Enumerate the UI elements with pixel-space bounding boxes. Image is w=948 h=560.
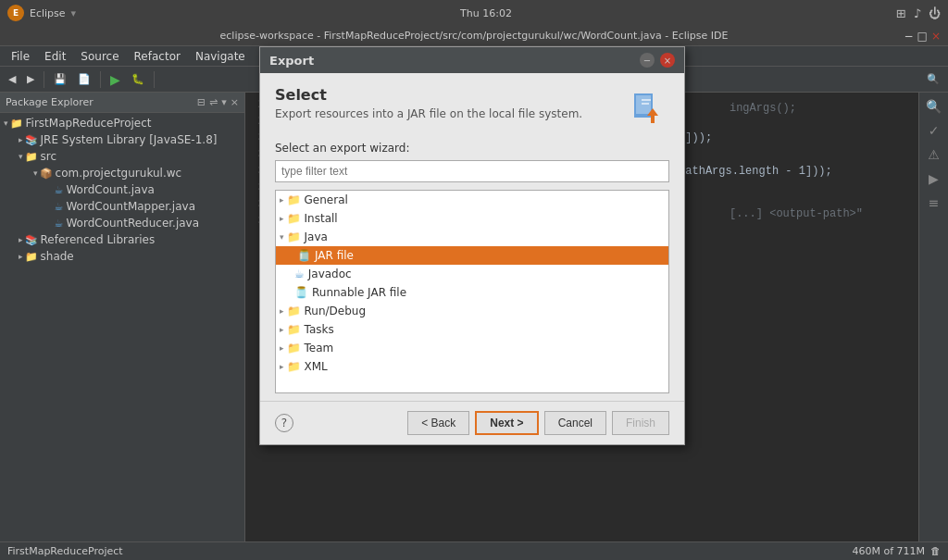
wizard-tree-list[interactable]: ▸ 📁 General ▸ 📁 Install ▾ 📁 Java [275,190,669,393]
tree-list-item-xml[interactable]: ▸ 📁 XML [276,357,668,376]
tree-list-item-java[interactable]: ▾ 📁 Java [276,228,668,246]
filter-input[interactable] [275,160,669,182]
dialog-main-title: Select [275,86,625,104]
wizard-label: Select an export wizard: [275,142,669,155]
dialog-header-text: Select Export resources into a JAR file … [275,86,625,120]
help-button[interactable]: ? [275,414,293,432]
dialog-close-btn[interactable]: × [660,53,675,68]
tree-list-item-team[interactable]: ▸ 📁 Team [276,339,668,357]
cancel-button[interactable]: Cancel [544,411,606,435]
svg-rect-4 [642,103,649,105]
export-dialog: Export − × Select Export resources into … [259,46,685,445]
dialog-export-icon [625,86,669,131]
next-button[interactable]: Next > [475,411,538,435]
back-button[interactable]: < Back [407,411,469,435]
dialog-min-btn[interactable]: − [640,53,655,68]
tree-list-item-runnable-jar[interactable]: 🫙 Runnable JAR file [276,283,668,302]
tree-list-item-general[interactable]: ▸ 📁 General [276,191,668,209]
dialog-header-section: Select Export resources into a JAR file … [275,86,669,131]
footer-buttons: < Back Next > Cancel Finish [407,411,669,435]
finish-button[interactable]: Finish [612,411,669,435]
dialog-subtitle: Export resources into a JAR file on the … [275,107,625,120]
tree-list-item-install[interactable]: ▸ 📁 Install [276,209,668,228]
tree-list-item-run-debug[interactable]: ▸ 📁 Run/Debug [276,302,668,320]
dialog-footer: ? < Back Next > Cancel Finish [260,401,684,444]
dialog-title: Export [269,54,314,68]
svg-rect-3 [642,99,651,101]
dialog-body: Select Export resources into a JAR file … [260,73,684,393]
tree-list-item-tasks[interactable]: ▸ 📁 Tasks [276,320,668,339]
dialog-overlay: Export − × Select Export resources into … [0,0,948,560]
tree-list-item-javadoc[interactable]: ☕ Javadoc [276,265,668,283]
tree-list-item-jar[interactable]: 🫙 JAR file [276,246,668,265]
dialog-title-bar: Export − × [260,47,684,73]
